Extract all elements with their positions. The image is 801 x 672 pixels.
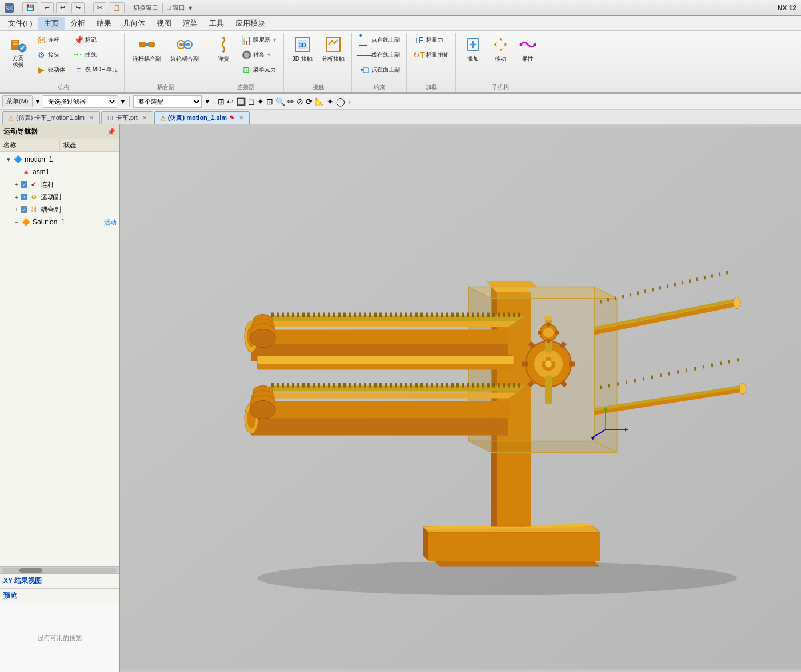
- svg-rect-103: [318, 383, 320, 388]
- tab-motion1-sim[interactable]: △ (仿真) motion_1.sim ✎ ✕: [154, 111, 250, 124]
- menu-analysis[interactable]: 分析: [65, 17, 91, 30]
- nav-expander-motionpairs[interactable]: +: [13, 194, 21, 200]
- scalar-torque-label: 标量扭矩: [426, 51, 449, 59]
- line-on-line-icon: ——: [359, 50, 370, 60]
- tab-truck-motion1[interactable]: △ (仿真) 卡车_motion1.sim ✕: [2, 111, 100, 124]
- beam-button[interactable]: ⊞ 梁单元力: [238, 63, 280, 77]
- nav-item-asm1[interactable]: 🔺 asm1: [0, 166, 119, 178]
- svg-marker-38: [251, 401, 508, 419]
- svg-rect-104: [323, 383, 325, 388]
- menu-geometry[interactable]: 几何体: [117, 17, 151, 30]
- nav-item-coupling[interactable]: + ✓ ⛓ 耦合副: [0, 203, 119, 216]
- curve-label: 曲线: [85, 51, 97, 59]
- add-button[interactable]: 添加: [460, 33, 486, 65]
- nav-item-motion1[interactable]: ▼ 🔷 motion_1: [0, 153, 119, 166]
- analysis-contact-button[interactable]: 分析接触: [318, 33, 348, 65]
- link-button[interactable]: ⛓ 连杆: [33, 33, 68, 47]
- svg-point-219: [250, 401, 275, 419]
- svg-rect-64: [374, 313, 377, 317]
- gear-coupling-button[interactable]: 齿轮耦合副: [167, 33, 202, 65]
- driver-button[interactable]: ▶ 驱动体: [33, 63, 68, 77]
- svg-rect-132: [467, 383, 469, 388]
- mdf-button[interactable]: ≡ 仅 MDF 单元: [70, 63, 121, 77]
- xy-result-view[interactable]: XY 结果视图: [0, 574, 119, 589]
- filter-select[interactable]: 无选择过滤器: [43, 95, 117, 108]
- constraint-group-label: 约束: [374, 82, 385, 92]
- menu-result[interactable]: 结果: [91, 17, 117, 30]
- svg-rect-137: [492, 383, 495, 388]
- svg-rect-183: [711, 363, 713, 367]
- toolbar-icon-4[interactable]: ◻: [248, 97, 255, 106]
- toolbar-icon-5[interactable]: ✦: [257, 97, 264, 106]
- point-on-face-button[interactable]: •□ 点在面上副: [357, 63, 403, 77]
- toolbar-icon-7[interactable]: 🔍: [275, 97, 285, 106]
- tab-truck-prt-close[interactable]: ✕: [142, 115, 147, 121]
- point-on-line-button[interactable]: •— 点在线上副: [357, 33, 403, 47]
- toolbar-icon-3[interactable]: 🔲: [236, 97, 246, 106]
- mark-button[interactable]: 📌 标记: [70, 33, 121, 47]
- copy-button[interactable]: 📋: [109, 2, 125, 13]
- mdf-icon: ≡: [73, 65, 83, 75]
- bushing-button[interactable]: 🔘 衬套 ▼: [238, 48, 280, 62]
- menu-render[interactable]: 渲染: [177, 17, 203, 30]
- toolbar-icon-9[interactable]: ⊘: [297, 97, 303, 106]
- nav-check-motionpairs[interactable]: ✓: [21, 194, 27, 200]
- solve-button[interactable]: 方案求解: [6, 33, 31, 71]
- assembly-select[interactable]: 整个装配: [133, 95, 202, 108]
- flexible-button[interactable]: 柔性: [515, 33, 540, 65]
- undo2-button[interactable]: ↩: [56, 2, 69, 13]
- damper-button[interactable]: 📊 阻尼器 ▼: [238, 33, 280, 47]
- toolbar-icon-1[interactable]: ⊞: [218, 97, 225, 106]
- navigator-scrollbar[interactable]: [0, 566, 119, 573]
- svg-rect-184: [720, 361, 722, 365]
- menu-file[interactable]: 文件(F): [2, 17, 38, 30]
- undo-button[interactable]: ↩: [41, 2, 54, 13]
- move-button[interactable]: 移动: [488, 33, 513, 65]
- nav-item-solution1[interactable]: − 🔶 Solution_1 活动: [0, 216, 119, 228]
- svg-rect-58: [343, 313, 346, 317]
- curve-button[interactable]: 〰 曲线: [70, 48, 121, 62]
- nav-expander-motion1[interactable]: ▼: [5, 156, 13, 163]
- menu-tools[interactable]: 工具: [203, 17, 230, 30]
- link-coupling-button[interactable]: 连杆耦合副: [129, 33, 165, 65]
- toolbar-icon-14[interactable]: +: [347, 97, 352, 106]
- cut-button[interactable]: ✂: [93, 2, 106, 13]
- point-on-face-icon: •□: [359, 65, 370, 75]
- nav-expander-links[interactable]: +: [13, 182, 21, 188]
- nav-expander-coupling[interactable]: +: [13, 207, 21, 213]
- toolbar-icon-6[interactable]: ⊡: [266, 97, 273, 106]
- menu-app[interactable]: 应用模块: [230, 17, 271, 30]
- viewport[interactable]: [120, 124, 801, 672]
- toolbar-icon-2[interactable]: ↩: [227, 97, 234, 106]
- save-button[interactable]: 💾: [22, 2, 38, 13]
- scalar-force-button[interactable]: ↑F 标量力: [411, 33, 452, 47]
- line-on-line-button[interactable]: —— 线在线上副: [357, 48, 403, 62]
- svg-rect-4: [139, 42, 146, 47]
- scalar-torque-button[interactable]: ↻T 标量扭矩: [411, 48, 452, 62]
- scrollbar-thumb[interactable]: [19, 568, 42, 573]
- redo-button[interactable]: ↪: [71, 2, 85, 13]
- joint-button[interactable]: ⚙ 接头: [33, 48, 68, 62]
- nav-check-coupling[interactable]: ✓: [21, 206, 27, 213]
- 3d-contact-button[interactable]: 3D 3D 接触: [289, 33, 316, 65]
- nav-check-links[interactable]: ✓: [21, 181, 27, 188]
- nav-item-motionpairs[interactable]: + ✓ ⚙ 运动副: [0, 191, 119, 203]
- toolbar-icon-13[interactable]: ◯: [336, 97, 345, 106]
- tab-truck-motion1-close[interactable]: ✕: [89, 115, 94, 121]
- tab-motion1-sim-close[interactable]: ✕: [239, 115, 243, 121]
- tab-truck-prt[interactable]: Ш 卡车.prt ✕: [101, 111, 153, 124]
- toolbar-icon-11[interactable]: 📐: [315, 97, 325, 106]
- menu-home[interactable]: 主页: [38, 17, 65, 30]
- menu-button[interactable]: 菜单(M): [2, 95, 33, 107]
- spring-button[interactable]: 弹簧: [211, 33, 236, 65]
- toolbar-icon-8[interactable]: ✏: [287, 97, 294, 106]
- nav-item-links[interactable]: + ✓ ✔ 连杆: [0, 178, 119, 191]
- preview-section[interactable]: 预览: [0, 589, 119, 603]
- nav-expander-solution1[interactable]: −: [13, 219, 21, 226]
- svg-rect-88: [498, 313, 500, 317]
- navigator-pin[interactable]: 📌: [107, 128, 115, 136]
- scrollbar-track[interactable]: [2, 568, 117, 573]
- menu-view[interactable]: 视图: [151, 17, 177, 30]
- toolbar-icon-12[interactable]: ✦: [327, 97, 334, 106]
- toolbar-icon-10[interactable]: ⟳: [306, 97, 313, 106]
